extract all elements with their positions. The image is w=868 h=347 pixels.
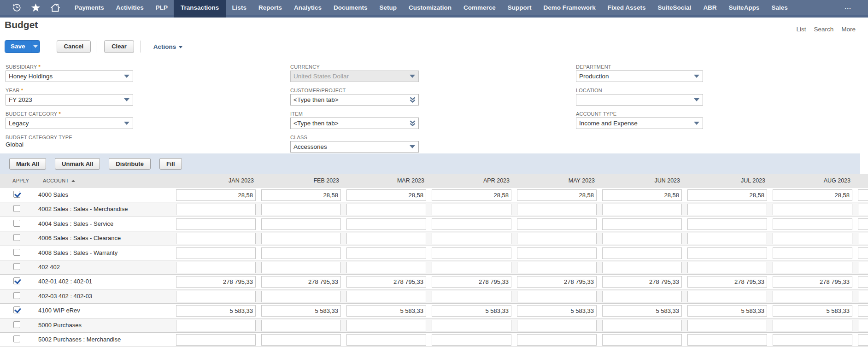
apply-checkbox[interactable] [13,205,20,212]
amount-input[interactable] [517,247,597,259]
amount-input[interactable] [858,291,868,302]
amount-input[interactable] [602,233,682,244]
amount-input[interactable] [176,233,256,244]
amount-input[interactable] [176,320,256,331]
nav-overflow-button[interactable]: ... [845,0,868,15]
amount-input[interactable] [858,334,868,346]
amount-input[interactable]: 278 795,33 [176,276,256,288]
amount-input[interactable] [261,262,341,273]
amount-input[interactable] [687,218,767,230]
amount-input[interactable] [261,204,341,215]
amount-input[interactable]: 5 583,33 [261,305,341,317]
amount-input[interactable] [346,218,426,230]
amount-input[interactable] [687,334,767,346]
dropdown-arrow-icon[interactable] [124,75,129,78]
amount-input[interactable] [858,233,868,244]
amount-input[interactable] [773,334,852,346]
dropdown-arrow-icon[interactable] [694,98,699,101]
amount-input[interactable]: 5 583,33 [517,305,597,317]
amount-input[interactable] [432,233,511,244]
save-button[interactable]: Save [5,40,40,53]
location-select[interactable] [576,94,703,106]
amount-input[interactable]: 28,58 [517,189,597,201]
nav-item-sales[interactable]: Sales [765,0,793,15]
amount-input[interactable] [517,334,597,346]
nav-item-demo-framework[interactable]: Demo Framework [538,0,602,15]
dropdown-arrow-icon[interactable] [124,98,129,101]
amount-input[interactable]: 278 795,33 [432,276,511,288]
amount-input[interactable] [432,218,511,230]
amount-input[interactable]: 5 583,33 [176,305,256,317]
amount-input[interactable] [432,204,511,215]
actions-menu[interactable]: Actions [153,43,183,50]
amount-input[interactable] [773,233,852,244]
amount-input[interactable]: 5 583,33 [773,305,852,317]
save-dropdown-arrow[interactable] [31,41,40,53]
amount-input[interactable] [858,218,868,230]
mark-all-button[interactable]: Mark All [9,158,46,170]
dropdown-arrow-icon[interactable] [124,122,129,125]
amount-input[interactable] [176,291,256,302]
amount-input[interactable]: 5 583,33 [602,305,682,317]
amount-input[interactable] [432,247,511,259]
amount-input[interactable] [176,247,256,259]
amount-input[interactable] [346,291,426,302]
apply-checkbox[interactable] [13,292,20,299]
amount-input[interactable] [858,305,868,317]
amount-input[interactable] [176,218,256,230]
expand-list-icon[interactable] [409,120,416,129]
amount-input[interactable] [773,262,852,273]
amount-input[interactable] [773,247,852,259]
amount-input[interactable] [432,320,511,331]
nav-item-commerce[interactable]: Commerce [457,0,502,15]
nav-item-lists[interactable]: Lists [226,0,252,15]
currency-select[interactable]: United States Dollar [290,71,419,82]
amount-input[interactable]: 278 795,33 [346,276,426,288]
amount-input[interactable] [858,262,868,273]
apply-checkbox[interactable] [13,234,20,241]
amount-input[interactable]: 28,58 [687,189,767,201]
header-link-more[interactable]: More [841,26,856,33]
distribute-button[interactable]: Distribute [109,158,151,170]
amount-input[interactable] [261,291,341,302]
nav-item-setup[interactable]: Setup [373,0,403,15]
apply-checkbox[interactable] [13,321,20,328]
amount-input[interactable] [602,291,682,302]
department-select[interactable]: Production [576,71,703,82]
nav-item-fixed-assets[interactable]: Fixed Assets [602,0,652,15]
amount-input[interactable]: 28,58 [176,189,256,201]
class-select[interactable]: Accessories [290,141,419,153]
nav-item-support[interactable]: Support [502,0,538,15]
nav-item-payments[interactable]: Payments [69,0,110,15]
amount-input[interactable] [346,320,426,331]
amount-input[interactable] [261,233,341,244]
nav-item-analytics[interactable]: Analytics [288,0,328,15]
amount-input[interactable]: 278 795,33 [602,276,682,288]
amount-input[interactable]: 28,58 [602,189,682,201]
amount-input[interactable] [602,262,682,273]
nav-item-reports[interactable]: Reports [252,0,288,15]
amount-input[interactable] [858,320,868,331]
item-input[interactable]: <Type then tab> [290,118,419,129]
amount-input[interactable] [261,247,341,259]
apply-checkbox[interactable] [13,263,20,270]
amount-input[interactable] [858,247,868,259]
amount-input[interactable] [517,204,597,215]
favorites-star-icon[interactable] [31,3,41,12]
year-select[interactable]: FY 2023 [6,94,133,106]
apply-checkbox[interactable] [13,191,20,198]
account-type-select[interactable]: Income and Expense [576,118,703,129]
amount-input[interactable] [346,247,426,259]
customer-project-input[interactable]: <Type then tab> [290,94,419,106]
nav-item-documents[interactable]: Documents [328,0,374,15]
nav-item-abr[interactable]: ABR [697,0,722,15]
amount-input[interactable] [432,291,511,302]
amount-input[interactable] [602,334,682,346]
history-icon[interactable] [12,3,21,12]
subsidiary-select[interactable]: Honey Holdings [6,71,133,82]
amount-input[interactable] [687,247,767,259]
home-icon[interactable] [50,3,60,12]
amount-input[interactable] [432,262,511,273]
amount-input[interactable]: 5 583,33 [432,305,511,317]
apply-checkbox[interactable] [13,335,20,342]
